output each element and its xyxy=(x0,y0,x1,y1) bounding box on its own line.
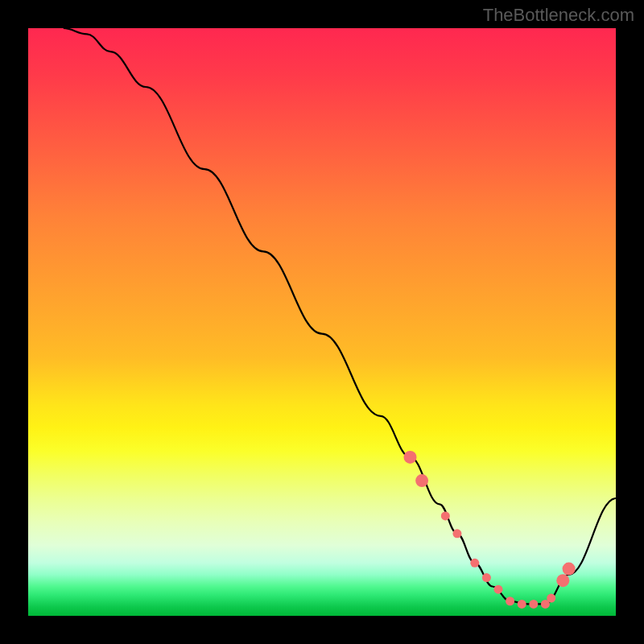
highlight-dot xyxy=(482,573,491,582)
highlight-dot xyxy=(518,600,526,609)
highlight-dot xyxy=(506,597,514,605)
highlight-dot xyxy=(547,594,555,603)
highlight-dot xyxy=(415,474,428,487)
highlight-dot xyxy=(563,563,576,576)
chart-svg xyxy=(28,28,616,616)
highlight-dot xyxy=(470,559,479,568)
highlight-dot xyxy=(541,600,550,609)
chart-plot-area xyxy=(28,28,616,616)
chart-root: TheBottleneck.com xyxy=(0,0,644,644)
highlight-dots-group xyxy=(404,451,576,609)
highlight-dot xyxy=(404,451,417,464)
highlight-dot xyxy=(556,574,569,587)
highlight-dot xyxy=(452,529,461,538)
highlight-dot xyxy=(494,585,503,594)
chart-line-curve xyxy=(64,28,616,604)
watermark-text: TheBottleneck.com xyxy=(483,5,634,26)
highlight-dot xyxy=(441,511,450,520)
highlight-dot xyxy=(529,600,538,609)
